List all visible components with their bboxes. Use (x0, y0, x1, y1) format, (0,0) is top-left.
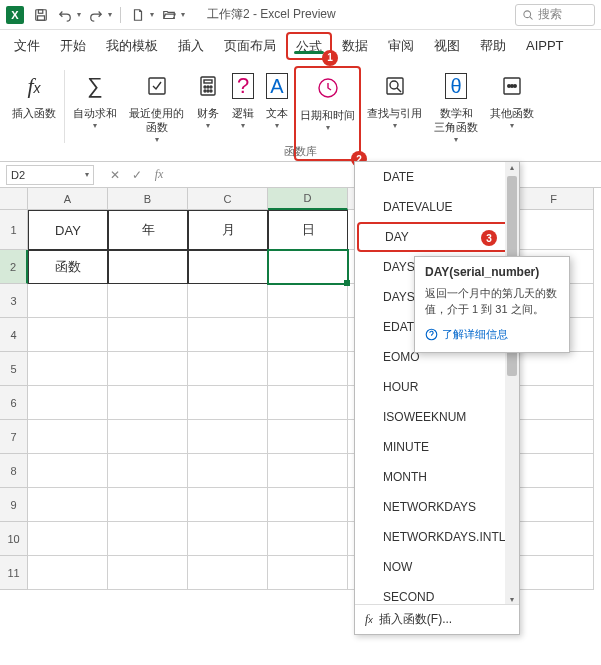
cell-b2[interactable] (108, 250, 188, 284)
cell[interactable] (514, 522, 594, 556)
col-header-a[interactable]: A (28, 188, 108, 210)
menu-item-month[interactable]: MONTH (355, 462, 519, 492)
cell[interactable] (268, 522, 348, 556)
cell[interactable] (108, 318, 188, 352)
cell[interactable] (108, 556, 188, 590)
save-icon[interactable] (30, 4, 52, 26)
cell[interactable] (268, 556, 348, 590)
cell-a2[interactable]: 函数 (28, 250, 108, 284)
cell[interactable] (514, 454, 594, 488)
cell[interactable] (28, 454, 108, 488)
cell[interactable] (188, 488, 268, 522)
menu-item-day[interactable]: DAY3 (357, 222, 517, 252)
cell[interactable] (514, 352, 594, 386)
row-header-4[interactable]: 4 (0, 318, 28, 352)
open-dropdown-icon[interactable]: ▾ (181, 10, 185, 19)
cell[interactable] (188, 284, 268, 318)
row-header-9[interactable]: 9 (0, 488, 28, 522)
cell[interactable] (108, 522, 188, 556)
cell[interactable] (188, 522, 268, 556)
search-input[interactable]: 搜索 (515, 4, 595, 26)
tab-formula[interactable]: 公式 1 (286, 32, 332, 60)
cell[interactable] (28, 386, 108, 420)
enter-icon[interactable]: ✓ (130, 168, 144, 182)
redo-dropdown-icon[interactable]: ▾ (108, 10, 112, 19)
col-header-c[interactable]: C (188, 188, 268, 210)
tab-data[interactable]: 数据 (332, 30, 378, 62)
cell[interactable] (268, 420, 348, 454)
tab-home[interactable]: 开始 (50, 30, 96, 62)
scroll-up-icon[interactable]: ▴ (507, 162, 517, 172)
menu-item-minute[interactable]: MINUTE (355, 432, 519, 462)
cell[interactable] (268, 318, 348, 352)
cell[interactable] (108, 454, 188, 488)
cell-d1[interactable]: 日 (268, 210, 348, 250)
tab-help[interactable]: 帮助 (470, 30, 516, 62)
insert-function-menu-item[interactable]: fx 插入函数(F)... (355, 604, 519, 634)
menu-item-networkdays[interactable]: NETWORKDAYS (355, 492, 519, 522)
row-header-8[interactable]: 8 (0, 454, 28, 488)
name-box[interactable]: D2 ▾ (6, 165, 94, 185)
undo-icon[interactable] (54, 4, 76, 26)
cell-a1[interactable]: DAY (28, 210, 108, 250)
cell[interactable] (28, 352, 108, 386)
row-header-10[interactable]: 10 (0, 522, 28, 556)
cell[interactable] (268, 284, 348, 318)
cell[interactable] (28, 420, 108, 454)
cell[interactable] (28, 556, 108, 590)
new-file-icon[interactable] (127, 4, 149, 26)
cell-d2-active[interactable] (268, 250, 348, 284)
menu-item-isoweeknum[interactable]: ISOWEEKNUM (355, 402, 519, 432)
cell[interactable] (514, 556, 594, 590)
tab-aippt[interactable]: AIPPT (516, 30, 574, 62)
tab-layout[interactable]: 页面布局 (214, 30, 286, 62)
cell[interactable] (108, 488, 188, 522)
row-header-7[interactable]: 7 (0, 420, 28, 454)
row-header-11[interactable]: 11 (0, 556, 28, 590)
cell[interactable] (108, 284, 188, 318)
row-header-6[interactable]: 6 (0, 386, 28, 420)
cell[interactable] (268, 488, 348, 522)
cell[interactable] (188, 454, 268, 488)
cell[interactable] (108, 386, 188, 420)
menu-item-date[interactable]: DATE (355, 162, 519, 192)
cell[interactable] (188, 556, 268, 590)
cell[interactable] (268, 352, 348, 386)
cell-b1[interactable]: 年 (108, 210, 188, 250)
col-header-d[interactable]: D (268, 188, 348, 210)
cell[interactable] (188, 420, 268, 454)
tooltip-help-link[interactable]: 了解详细信息 (425, 327, 559, 342)
cell[interactable] (188, 318, 268, 352)
cell[interactable] (188, 352, 268, 386)
tab-file[interactable]: 文件 (4, 30, 50, 62)
cell[interactable] (28, 318, 108, 352)
redo-icon[interactable] (85, 4, 107, 26)
tab-review[interactable]: 审阅 (378, 30, 424, 62)
new-file-dropdown-icon[interactable]: ▾ (150, 10, 154, 19)
cell[interactable] (108, 420, 188, 454)
tab-templates[interactable]: 我的模板 (96, 30, 168, 62)
col-header-f[interactable]: F (514, 188, 594, 210)
open-folder-icon[interactable] (158, 4, 180, 26)
scrollbar[interactable]: ▴ ▾ (505, 162, 519, 604)
row-header-2[interactable]: 2 (0, 250, 28, 284)
cell[interactable] (268, 454, 348, 488)
cell-f1[interactable] (514, 210, 594, 250)
cell-c1[interactable]: 月 (188, 210, 268, 250)
menu-item-datevalue[interactable]: DATEVALUE (355, 192, 519, 222)
cell[interactable] (514, 420, 594, 454)
cell[interactable] (28, 488, 108, 522)
select-all-triangle[interactable] (0, 188, 28, 210)
row-header-5[interactable]: 5 (0, 352, 28, 386)
cell-c2[interactable] (188, 250, 268, 284)
row-header-3[interactable]: 3 (0, 284, 28, 318)
menu-item-hour[interactable]: HOUR (355, 372, 519, 402)
undo-dropdown-icon[interactable]: ▾ (77, 10, 81, 19)
cell[interactable] (28, 522, 108, 556)
menu-item-now[interactable]: NOW (355, 552, 519, 582)
fx-icon[interactable]: fx (152, 167, 166, 182)
cell[interactable] (108, 352, 188, 386)
tab-insert[interactable]: 插入 (168, 30, 214, 62)
menu-item-networkdays-intl[interactable]: NETWORKDAYS.INTL (355, 522, 519, 552)
menu-item-second[interactable]: SECOND (355, 582, 519, 604)
